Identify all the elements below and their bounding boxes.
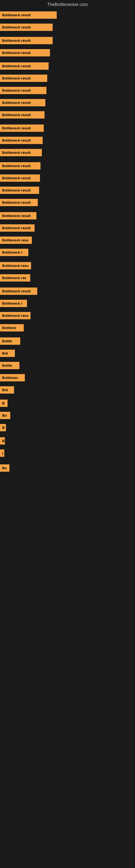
bottleneck-bar: Bottleneck resu (0, 237, 135, 244)
bottleneck-row: Bottleneck result (0, 212, 135, 219)
bottleneck-label: Bo (0, 464, 9, 472)
bottleneck-row: Bottleneck result (0, 124, 135, 132)
bottleneck-label: Bot (0, 350, 15, 357)
bottleneck-bar: | (0, 450, 135, 457)
bottleneck-row: Bottleneck result (0, 74, 135, 82)
bottleneck-bar: Bottleneck result (0, 62, 135, 70)
bottleneck-row: Bottleneck result (0, 11, 135, 19)
bottleneck-bar: Bottlene (0, 324, 135, 332)
bottleneck-bar: Bottle (0, 362, 135, 369)
bottleneck-bar: B (0, 437, 135, 444)
bottleneck-label: Bottleneck resu (0, 312, 31, 319)
bottleneck-label: Bottleneck result (0, 24, 53, 31)
bottleneck-row: Bottleneck result (0, 62, 135, 70)
bottleneck-bar: B (0, 424, 135, 431)
bottleneck-row: Bottleneck result (0, 162, 135, 169)
bottleneck-row: Bottleneck result (0, 99, 135, 106)
bottleneck-label: Bottleneck r (0, 249, 28, 256)
bottleneck-label: B (0, 437, 5, 444)
bottleneck-label: Bottleneck result (0, 49, 50, 56)
bottleneck-label: B (0, 400, 8, 407)
bottleneck-label: Bot (0, 386, 14, 394)
bottleneck-bar: Bo (0, 412, 135, 419)
bottleneck-bar: Bottleneck result (0, 74, 135, 82)
bottleneck-bar: Bottleneck result (0, 137, 135, 144)
bottleneck-bar: Bottle (0, 337, 135, 345)
bottleneck-label: Bottleneck result (0, 37, 53, 44)
bottleneck-bar: Bottleneck result (0, 149, 135, 156)
bottleneck-row: Bottleneck result (0, 87, 135, 94)
bottleneck-label: Bottleneck result (0, 99, 45, 106)
bottleneck-bar: Bot (0, 386, 135, 394)
bottleneck-label: Bottleneck result (0, 11, 57, 19)
bottleneck-label: Bottleneck result (0, 137, 43, 144)
bottleneck-row: B (0, 437, 135, 444)
bottleneck-row: Bot (0, 386, 135, 394)
bottleneck-label: Bottleneck result (0, 287, 37, 295)
bottleneck-label: Bottleneck resu (0, 237, 32, 244)
bottleneck-bar: Bottleneck result (0, 99, 135, 106)
bottleneck-row: Bottlene (0, 324, 135, 332)
bottleneck-bar: Bottleneck r (0, 300, 135, 307)
bottleneck-bar: Bottleneck result (0, 199, 135, 206)
bottleneck-row: | (0, 450, 135, 457)
bottleneck-row: Bottleneck result (0, 111, 135, 119)
bottleneck-row: Bottleneck resu (0, 262, 135, 269)
bottleneck-row: Bottlenec (0, 374, 135, 381)
bottleneck-row: Bo (0, 464, 135, 472)
bottleneck-bar: Bottleneck result (0, 287, 135, 295)
bottleneck-bar: Bottleneck result (0, 87, 135, 94)
bottleneck-label: Bottleneck result (0, 212, 37, 219)
bottleneck-bar: Bottleneck result (0, 175, 135, 182)
bottleneck-bar: B (0, 400, 135, 407)
bottleneck-row: Bottleneck result (0, 49, 135, 56)
bottleneck-label: Bottleneck result (0, 62, 49, 70)
bottleneck-row: Bottleneck resu (0, 312, 135, 319)
bottleneck-row: Bottleneck result (0, 149, 135, 156)
bottleneck-row: B (0, 400, 135, 407)
bottleneck-row: Bot (0, 350, 135, 357)
bottleneck-label: Bottleneck result (0, 175, 40, 182)
bottleneck-label: Bottleneck result (0, 74, 47, 82)
bottleneck-row: Bottle (0, 337, 135, 345)
bottleneck-label: Bottleneck result (0, 149, 42, 156)
bottleneck-row: Bottleneck resu (0, 237, 135, 244)
bottleneck-row: Bottleneck result (0, 175, 135, 182)
bottleneck-bar: Bottleneck result (0, 162, 135, 169)
bottleneck-row: Bottleneck result (0, 37, 135, 44)
bottleneck-bar: Bottleneck res (0, 274, 135, 282)
bottleneck-row: Bottleneck result (0, 199, 135, 206)
bottleneck-label: Bottleneck result (0, 162, 41, 169)
bars-container: Bottleneck resultBottleneck resultBottle… (0, 11, 135, 472)
bottleneck-row: Bottleneck result (0, 137, 135, 144)
bottleneck-bar: Bottleneck result (0, 37, 135, 44)
bottleneck-label: Bottleneck result (0, 199, 38, 206)
bottleneck-label: B (0, 424, 6, 431)
bottleneck-row: B (0, 424, 135, 431)
bottleneck-bar: Bottleneck r (0, 249, 135, 256)
bottleneck-label: | (0, 450, 4, 457)
bottleneck-label: Bottleneck result (0, 87, 46, 94)
bottleneck-label: Bottle (0, 337, 20, 345)
bottleneck-row: Bottleneck r (0, 300, 135, 307)
bottleneck-bar: Bottleneck result (0, 212, 135, 219)
bottleneck-label: Bottle (0, 362, 19, 369)
bottleneck-row: Bottleneck result (0, 24, 135, 31)
bottleneck-label: Bottleneck result (0, 187, 39, 194)
bottleneck-bar: Bottleneck result (0, 111, 135, 119)
bottleneck-bar: Bot (0, 350, 135, 357)
bottleneck-label: Bottlenec (0, 374, 25, 381)
bottleneck-label: Bottleneck result (0, 124, 44, 132)
bottleneck-label: Bottleneck result (0, 224, 35, 231)
bottleneck-row: Bottleneck r (0, 249, 135, 256)
bottleneck-bar: Bo (0, 464, 135, 472)
bottleneck-row: Bottleneck result (0, 187, 135, 194)
bottleneck-bar: Bottleneck result (0, 49, 135, 56)
bottleneck-bar: Bottleneck result (0, 11, 135, 19)
site-title: TheBottlenecker.com (0, 0, 135, 9)
bottleneck-label: Bottleneck r (0, 300, 27, 307)
bottleneck-bar: Bottleneck result (0, 187, 135, 194)
bottleneck-row: Bottleneck res (0, 274, 135, 282)
bottleneck-bar: Bottleneck resu (0, 262, 135, 269)
bottleneck-row: Bo (0, 412, 135, 419)
